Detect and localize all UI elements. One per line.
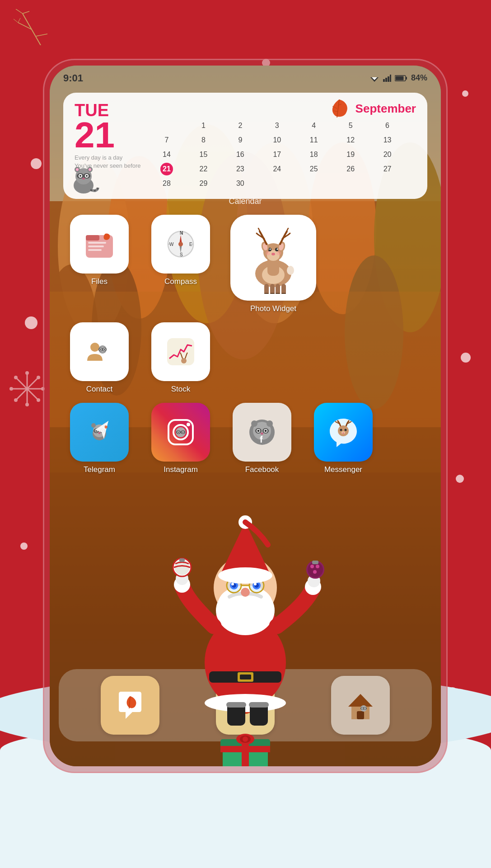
svg-rect-111 bbox=[167, 338, 194, 365]
svg-point-214 bbox=[365, 708, 365, 709]
svg-point-173 bbox=[218, 567, 272, 584]
svg-point-148 bbox=[338, 425, 349, 436]
svg-rect-190 bbox=[226, 702, 246, 708]
svg-point-198 bbox=[243, 736, 248, 742]
calendar-widget[interactable]: TUE 21 Every day is a day You've never s… bbox=[63, 93, 427, 199]
svg-point-122 bbox=[91, 423, 96, 428]
svg-line-9 bbox=[16, 377, 38, 400]
gift-box bbox=[218, 721, 272, 766]
svg-point-109 bbox=[100, 349, 102, 350]
svg-point-134 bbox=[178, 432, 179, 433]
phone-screen: 9:01 bbox=[50, 66, 441, 766]
svg-point-84 bbox=[270, 249, 271, 250]
app-files[interactable]: Files bbox=[63, 215, 136, 313]
svg-rect-179 bbox=[179, 558, 185, 562]
svg-point-150 bbox=[345, 429, 347, 431]
svg-rect-40 bbox=[406, 77, 407, 80]
app-stock[interactable]: Stock bbox=[145, 322, 217, 394]
svg-rect-60 bbox=[86, 235, 99, 241]
svg-rect-37 bbox=[388, 76, 389, 82]
svg-point-110 bbox=[104, 349, 105, 350]
svg-rect-157 bbox=[240, 675, 251, 679]
svg-point-54 bbox=[89, 168, 91, 171]
svg-point-143 bbox=[265, 430, 267, 432]
raccoon-illustration bbox=[65, 160, 102, 197]
svg-rect-36 bbox=[385, 78, 387, 82]
svg-rect-99 bbox=[276, 293, 280, 294]
svg-rect-41 bbox=[395, 76, 403, 80]
svg-rect-207 bbox=[357, 711, 364, 719]
status-time: 9:01 bbox=[63, 72, 83, 84]
svg-point-48 bbox=[79, 175, 81, 177]
svg-point-149 bbox=[340, 429, 342, 431]
svg-point-185 bbox=[316, 565, 319, 568]
calendar-left: TUE 21 Every day is a day You've never s… bbox=[75, 102, 156, 170]
facebook-icon: f bbox=[233, 403, 291, 462]
svg-point-112 bbox=[181, 358, 187, 363]
svg-point-184 bbox=[310, 565, 314, 568]
svg-point-92 bbox=[276, 251, 281, 255]
calendar-day-number: 21 bbox=[75, 119, 156, 151]
svg-point-183 bbox=[308, 562, 323, 577]
instagram-label: Instagram bbox=[164, 465, 198, 474]
svg-rect-98 bbox=[270, 293, 275, 294]
app-contact[interactable]: Contact bbox=[63, 322, 136, 394]
dock-messages-icon bbox=[101, 676, 159, 735]
santa-illustration bbox=[155, 500, 336, 726]
photo-widget-icon bbox=[230, 215, 316, 301]
svg-rect-100 bbox=[281, 293, 286, 294]
svg-point-101 bbox=[287, 266, 294, 275]
phone-frame: 9:01 bbox=[43, 59, 448, 773]
svg-point-16 bbox=[37, 398, 40, 402]
app-facebook[interactable]: f Facebook bbox=[226, 403, 298, 474]
wifi-icon bbox=[369, 75, 379, 82]
svg-point-15 bbox=[14, 376, 18, 379]
svg-line-4 bbox=[14, 19, 18, 23]
svg-text:N: N bbox=[180, 231, 183, 236]
app-messenger[interactable]: Messenger bbox=[307, 403, 379, 474]
svg-point-172 bbox=[241, 588, 250, 597]
telegram-label: Telegram bbox=[84, 465, 115, 474]
svg-point-53 bbox=[76, 168, 79, 171]
stock-icon bbox=[151, 322, 210, 381]
photo-widget-label: Photo Widget bbox=[250, 304, 296, 313]
svg-rect-191 bbox=[249, 702, 269, 708]
svg-line-1 bbox=[16, 9, 23, 14]
compass-icon: N S W E bbox=[151, 215, 210, 274]
svg-point-102 bbox=[90, 343, 99, 352]
app-compass[interactable]: N S W E bbox=[145, 215, 217, 313]
svg-point-121 bbox=[98, 432, 101, 434]
svg-point-13 bbox=[9, 387, 13, 391]
app-row-3: Telegram bbox=[59, 403, 432, 474]
contact-label: Contact bbox=[86, 385, 113, 394]
battery-icon bbox=[395, 75, 407, 82]
svg-rect-38 bbox=[390, 75, 391, 82]
app-photo-widget[interactable]: Photo Widget bbox=[226, 215, 321, 313]
svg-point-142 bbox=[257, 430, 260, 432]
app-grid: Files N S W E bbox=[59, 215, 432, 483]
signal-icon bbox=[383, 75, 391, 82]
svg-rect-96 bbox=[281, 284, 286, 294]
app-instagram[interactable]: Instagram bbox=[145, 403, 217, 474]
svg-point-72 bbox=[178, 242, 183, 246]
svg-line-5 bbox=[18, 18, 20, 23]
svg-line-6 bbox=[36, 34, 47, 36]
svg-rect-95 bbox=[276, 284, 280, 294]
battery-percent: 84% bbox=[411, 73, 427, 83]
calendar-grid: 1 2 3 4 5 6 7 8 9 10 11 12 13 14 15 bbox=[160, 119, 416, 190]
messenger-label: Messenger bbox=[324, 465, 362, 474]
svg-point-128 bbox=[187, 423, 190, 426]
files-icon bbox=[70, 215, 129, 274]
svg-rect-62 bbox=[88, 245, 104, 247]
telegram-icon bbox=[70, 403, 129, 462]
svg-point-145 bbox=[251, 420, 257, 427]
app-row-1: Files N S W E bbox=[59, 215, 432, 313]
svg-point-11 bbox=[25, 371, 29, 375]
app-telegram[interactable]: Telegram bbox=[63, 403, 136, 474]
calendar-label: Calendar bbox=[50, 197, 441, 206]
svg-point-135 bbox=[182, 432, 184, 433]
svg-line-3 bbox=[18, 23, 32, 29]
svg-line-10 bbox=[16, 377, 38, 400]
dock-home-icon bbox=[331, 676, 390, 735]
files-label: Files bbox=[91, 277, 108, 286]
